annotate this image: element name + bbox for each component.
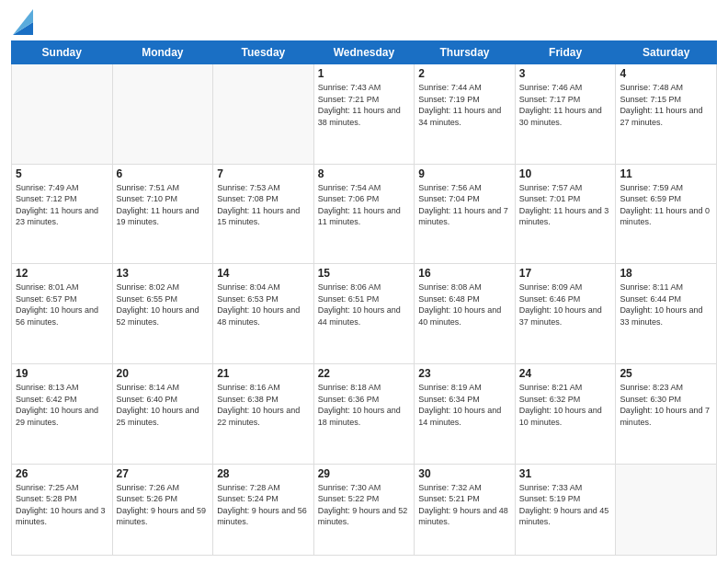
day-number: 28 xyxy=(217,467,310,480)
cell-info: Sunrise: 7:59 AM Sunset: 6:59 PM Dayligh… xyxy=(620,182,712,228)
calendar-cell xyxy=(112,64,213,165)
cell-info: Sunrise: 7:49 AM Sunset: 7:12 PM Dayligh… xyxy=(16,182,108,228)
weekday-header-sunday: Sunday xyxy=(12,41,113,64)
calendar-cell: 5Sunrise: 7:49 AM Sunset: 7:12 PM Daylig… xyxy=(12,164,113,264)
calendar-cell: 19Sunrise: 8:13 AM Sunset: 6:42 PM Dayli… xyxy=(12,363,113,464)
calendar-cell xyxy=(213,64,314,165)
day-number: 29 xyxy=(318,467,411,480)
calendar-cell: 1Sunrise: 7:43 AM Sunset: 7:21 PM Daylig… xyxy=(313,64,415,165)
calendar-cell: 23Sunrise: 8:19 AM Sunset: 6:34 PM Dayli… xyxy=(415,363,516,464)
cell-info: Sunrise: 8:08 AM Sunset: 6:48 PM Dayligh… xyxy=(418,282,511,327)
calendar-cell: 20Sunrise: 8:14 AM Sunset: 6:40 PM Dayli… xyxy=(112,363,213,464)
calendar-week-4: 19Sunrise: 8:13 AM Sunset: 6:42 PM Dayli… xyxy=(12,363,717,464)
calendar-cell: 26Sunrise: 7:25 AM Sunset: 5:28 PM Dayli… xyxy=(12,464,113,555)
day-number: 3 xyxy=(519,67,612,80)
calendar-cell: 31Sunrise: 7:33 AM Sunset: 5:19 PM Dayli… xyxy=(515,464,616,555)
logo-icon xyxy=(13,9,33,35)
cell-info: Sunrise: 8:06 AM Sunset: 6:51 PM Dayligh… xyxy=(318,282,411,327)
calendar-cell: 24Sunrise: 8:21 AM Sunset: 6:32 PM Dayli… xyxy=(515,363,616,464)
cell-info: Sunrise: 8:23 AM Sunset: 6:30 PM Dayligh… xyxy=(620,382,712,428)
day-number: 11 xyxy=(620,167,712,180)
cell-info: Sunrise: 7:33 AM Sunset: 5:19 PM Dayligh… xyxy=(519,482,612,528)
day-number: 17 xyxy=(519,267,612,280)
calendar-cell: 28Sunrise: 7:28 AM Sunset: 5:24 PM Dayli… xyxy=(213,464,314,555)
day-number: 22 xyxy=(318,367,411,380)
calendar-cell: 18Sunrise: 8:11 AM Sunset: 6:44 PM Dayli… xyxy=(616,264,717,364)
cell-info: Sunrise: 8:01 AM Sunset: 6:57 PM Dayligh… xyxy=(16,282,108,327)
calendar-cell: 15Sunrise: 8:06 AM Sunset: 6:51 PM Dayli… xyxy=(313,264,415,364)
day-number: 24 xyxy=(519,367,612,380)
day-number: 16 xyxy=(418,267,511,280)
day-number: 9 xyxy=(418,167,511,180)
cell-info: Sunrise: 8:14 AM Sunset: 6:40 PM Dayligh… xyxy=(117,382,210,428)
day-number: 26 xyxy=(16,467,108,480)
day-number: 4 xyxy=(620,67,712,80)
calendar-cell xyxy=(616,464,717,555)
calendar-cell: 14Sunrise: 8:04 AM Sunset: 6:53 PM Dayli… xyxy=(213,264,314,364)
cell-info: Sunrise: 8:16 AM Sunset: 6:38 PM Dayligh… xyxy=(217,382,310,428)
weekday-header-tuesday: Tuesday xyxy=(213,41,314,64)
cell-info: Sunrise: 7:48 AM Sunset: 7:15 PM Dayligh… xyxy=(620,82,712,128)
cell-info: Sunrise: 7:46 AM Sunset: 7:17 PM Dayligh… xyxy=(519,82,612,128)
calendar-week-5: 26Sunrise: 7:25 AM Sunset: 5:28 PM Dayli… xyxy=(12,464,717,555)
page: SundayMondayTuesdayWednesdayThursdayFrid… xyxy=(0,0,728,563)
day-number: 31 xyxy=(519,467,612,480)
day-number: 21 xyxy=(217,367,310,380)
cell-info: Sunrise: 7:56 AM Sunset: 7:04 PM Dayligh… xyxy=(418,182,511,228)
day-number: 25 xyxy=(620,367,712,380)
calendar-week-2: 5Sunrise: 7:49 AM Sunset: 7:12 PM Daylig… xyxy=(12,164,717,264)
cell-info: Sunrise: 7:25 AM Sunset: 5:28 PM Dayligh… xyxy=(16,482,108,528)
cell-info: Sunrise: 8:21 AM Sunset: 6:32 PM Dayligh… xyxy=(519,382,612,428)
day-number: 8 xyxy=(318,167,411,180)
calendar-week-3: 12Sunrise: 8:01 AM Sunset: 6:57 PM Dayli… xyxy=(12,264,717,364)
calendar-cell: 16Sunrise: 8:08 AM Sunset: 6:48 PM Dayli… xyxy=(415,264,516,364)
calendar-table: SundayMondayTuesdayWednesdayThursdayFrid… xyxy=(11,40,717,556)
cell-info: Sunrise: 7:30 AM Sunset: 5:22 PM Dayligh… xyxy=(318,482,411,528)
cell-info: Sunrise: 7:28 AM Sunset: 5:24 PM Dayligh… xyxy=(217,482,310,528)
cell-info: Sunrise: 7:57 AM Sunset: 7:01 PM Dayligh… xyxy=(519,182,612,228)
calendar-cell: 9Sunrise: 7:56 AM Sunset: 7:04 PM Daylig… xyxy=(415,164,516,264)
day-number: 10 xyxy=(519,167,612,180)
cell-info: Sunrise: 8:11 AM Sunset: 6:44 PM Dayligh… xyxy=(620,282,712,327)
calendar-cell: 17Sunrise: 8:09 AM Sunset: 6:46 PM Dayli… xyxy=(515,264,616,364)
day-number: 27 xyxy=(117,467,210,480)
calendar-cell: 12Sunrise: 8:01 AM Sunset: 6:57 PM Dayli… xyxy=(12,264,113,364)
calendar-cell: 25Sunrise: 8:23 AM Sunset: 6:30 PM Dayli… xyxy=(616,363,717,464)
day-number: 18 xyxy=(620,267,712,280)
cell-info: Sunrise: 7:32 AM Sunset: 5:21 PM Dayligh… xyxy=(418,482,511,528)
calendar-cell xyxy=(12,64,113,165)
cell-info: Sunrise: 7:44 AM Sunset: 7:19 PM Dayligh… xyxy=(418,82,511,128)
weekday-header-monday: Monday xyxy=(112,41,213,64)
calendar-week-1: 1Sunrise: 7:43 AM Sunset: 7:21 PM Daylig… xyxy=(12,64,717,165)
weekday-header-thursday: Thursday xyxy=(415,41,516,64)
cell-info: Sunrise: 7:43 AM Sunset: 7:21 PM Dayligh… xyxy=(318,82,411,128)
day-number: 7 xyxy=(217,167,310,180)
calendar-cell: 3Sunrise: 7:46 AM Sunset: 7:17 PM Daylig… xyxy=(515,64,616,165)
calendar-cell: 8Sunrise: 7:54 AM Sunset: 7:06 PM Daylig… xyxy=(313,164,415,264)
cell-info: Sunrise: 8:18 AM Sunset: 6:36 PM Dayligh… xyxy=(318,382,411,428)
cell-info: Sunrise: 7:51 AM Sunset: 7:10 PM Dayligh… xyxy=(117,182,210,228)
day-number: 5 xyxy=(16,167,108,180)
cell-info: Sunrise: 8:02 AM Sunset: 6:55 PM Dayligh… xyxy=(117,282,210,327)
calendar-cell: 10Sunrise: 7:57 AM Sunset: 7:01 PM Dayli… xyxy=(515,164,616,264)
day-number: 19 xyxy=(16,367,108,380)
calendar-cell: 22Sunrise: 8:18 AM Sunset: 6:36 PM Dayli… xyxy=(313,363,415,464)
calendar-cell: 2Sunrise: 7:44 AM Sunset: 7:19 PM Daylig… xyxy=(415,64,516,165)
cell-info: Sunrise: 7:53 AM Sunset: 7:08 PM Dayligh… xyxy=(217,182,310,228)
calendar-cell: 6Sunrise: 7:51 AM Sunset: 7:10 PM Daylig… xyxy=(112,164,213,264)
header xyxy=(11,9,717,35)
cell-info: Sunrise: 8:09 AM Sunset: 6:46 PM Dayligh… xyxy=(519,282,612,327)
calendar-cell: 13Sunrise: 8:02 AM Sunset: 6:55 PM Dayli… xyxy=(112,264,213,364)
day-number: 1 xyxy=(318,67,411,80)
cell-info: Sunrise: 8:13 AM Sunset: 6:42 PM Dayligh… xyxy=(16,382,108,428)
day-number: 23 xyxy=(418,367,511,380)
weekday-header-wednesday: Wednesday xyxy=(313,41,415,64)
logo xyxy=(11,9,33,35)
calendar-cell: 21Sunrise: 8:16 AM Sunset: 6:38 PM Dayli… xyxy=(213,363,314,464)
weekday-header-saturday: Saturday xyxy=(616,41,717,64)
calendar-cell: 30Sunrise: 7:32 AM Sunset: 5:21 PM Dayli… xyxy=(415,464,516,555)
calendar-cell: 27Sunrise: 7:26 AM Sunset: 5:26 PM Dayli… xyxy=(112,464,213,555)
calendar-cell: 7Sunrise: 7:53 AM Sunset: 7:08 PM Daylig… xyxy=(213,164,314,264)
day-number: 6 xyxy=(117,167,210,180)
calendar-cell: 4Sunrise: 7:48 AM Sunset: 7:15 PM Daylig… xyxy=(616,64,717,165)
